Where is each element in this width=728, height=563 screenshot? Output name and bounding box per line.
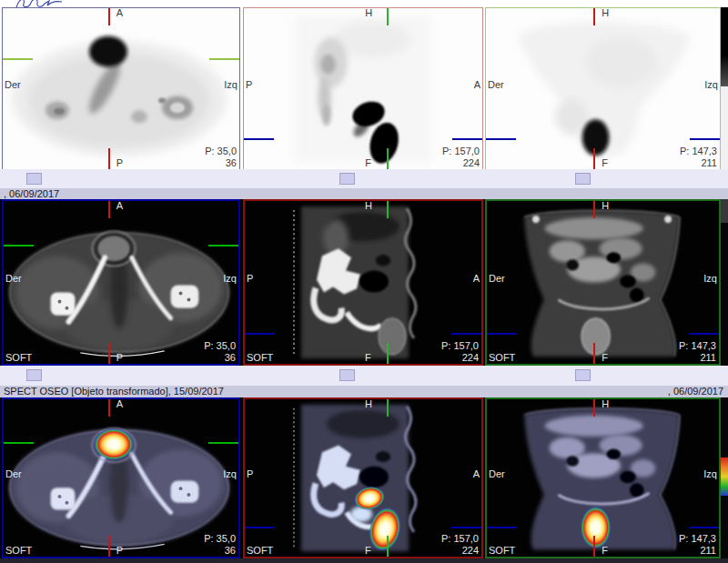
modality-label: SOFT bbox=[5, 352, 32, 364]
orientation-label-top: H bbox=[365, 7, 372, 19]
nm-row: A P Der Izq P: 35,0 36 H bbox=[0, 7, 728, 170]
orientation-label-left: P bbox=[247, 468, 253, 480]
orientation-label-right: A bbox=[473, 468, 480, 480]
lut-thumb[interactable] bbox=[721, 7, 728, 86]
viewport-fused-transaxial[interactable]: A P Der Izq SOFT P: 35,0 36 bbox=[2, 397, 240, 558]
orientation-label-left: Der bbox=[489, 273, 505, 285]
grayscale-lut-scrollbar[interactable] bbox=[721, 199, 728, 366]
position-readout: P: 147,3 bbox=[679, 340, 716, 352]
crosshair-tick-bottom bbox=[108, 343, 110, 364]
orientation-label-bottom: P bbox=[116, 352, 123, 364]
orientation-label-left: Der bbox=[488, 79, 504, 91]
scrollbar-thumb[interactable] bbox=[339, 173, 355, 185]
crosshair-tick-left bbox=[4, 442, 34, 444]
crosshair-tick-right bbox=[452, 138, 482, 140]
orientation-label-left: P bbox=[246, 79, 252, 91]
modality-label: SOFT bbox=[247, 352, 273, 364]
orientation-label-right: Izq bbox=[223, 468, 237, 480]
bottom-divider bbox=[0, 558, 728, 563]
viewport-nm-transaxial[interactable]: A P Der Izq P: 35,0 36 bbox=[2, 7, 240, 170]
fused-row: A P Der Izq SOFT P: 35,0 36 bbox=[0, 397, 728, 558]
crosshair-tick-left bbox=[486, 138, 516, 140]
crosshair-tick-bottom bbox=[593, 148, 595, 169]
viewport-ct-transaxial[interactable]: A P Der Izq SOFT P: 35,0 36 bbox=[2, 199, 240, 366]
grayscale-lut-scrollbar[interactable] bbox=[721, 7, 728, 170]
position-readout: P: 147,3 bbox=[679, 533, 716, 545]
crosshair-tick-right bbox=[209, 58, 239, 60]
viewport-nm-sagittal[interactable]: H F P A P: 157,0 224 bbox=[243, 7, 483, 170]
scrollbar-thumb[interactable] bbox=[339, 369, 355, 381]
crosshair-tick-right bbox=[451, 333, 481, 335]
orientation-label-top: H bbox=[602, 7, 609, 19]
crosshair-tick-top bbox=[593, 8, 595, 25]
orientation-label-top: A bbox=[116, 7, 123, 19]
modality-label: SOFT bbox=[489, 352, 515, 364]
scrollbar-thumb[interactable] bbox=[26, 369, 42, 381]
modality-label: SOFT bbox=[247, 545, 273, 557]
crosshair-tick-bottom bbox=[593, 343, 595, 364]
crosshair-tick-left bbox=[3, 58, 33, 60]
scrollbar-thumb[interactable] bbox=[575, 173, 591, 185]
orientation-label-right: Izq bbox=[703, 468, 717, 480]
scrollbar-thumb[interactable] bbox=[575, 369, 591, 381]
crosshair-tick-right bbox=[451, 527, 481, 528]
lut-thumb[interactable] bbox=[721, 199, 728, 223]
orientation-label-bottom: F bbox=[365, 352, 371, 364]
orientation-label-right: Izq bbox=[704, 79, 718, 91]
viewport-fused-coronal[interactable]: H F Der Izq SOFT P: 147,3 211 bbox=[485, 397, 721, 558]
slice-number: 36 bbox=[225, 352, 236, 364]
orientation-label-left: Der bbox=[5, 468, 22, 480]
viewport-nm-coronal[interactable]: H F Der Izq P: 147,3 211 bbox=[485, 7, 721, 170]
orientation-label-left: Der bbox=[5, 79, 21, 91]
series-header-ct: , 06/09/2017 bbox=[0, 188, 728, 199]
slice-number: 211 bbox=[700, 352, 716, 364]
orientation-label-bottom: F bbox=[602, 157, 608, 169]
position-readout: P: 157,0 bbox=[442, 146, 480, 157]
slice-number: 211 bbox=[700, 545, 716, 557]
orientation-label-top: H bbox=[602, 398, 609, 410]
crosshair-tick-bottom bbox=[108, 536, 110, 557]
crosshair-tick-left bbox=[244, 138, 274, 140]
orientation-label-bottom: P bbox=[116, 157, 123, 169]
orientation-label-top: A bbox=[116, 200, 123, 212]
position-readout: P: 157,0 bbox=[441, 340, 479, 352]
fusion-viewer-window: A P Der Izq P: 35,0 36 H bbox=[0, 0, 728, 563]
scrollbar-thumb[interactable] bbox=[26, 173, 42, 185]
crosshair-tick-top bbox=[387, 8, 389, 25]
color-lut-scrollbar[interactable] bbox=[721, 397, 728, 558]
orientation-label-right: A bbox=[473, 273, 480, 285]
modality-label: SOFT bbox=[489, 545, 515, 557]
viewport-ct-sagittal[interactable]: H F P A SOFT P: 157,0 224 bbox=[243, 199, 483, 366]
rainbow-lut-thumb[interactable] bbox=[721, 457, 728, 496]
crosshair-tick-bottom bbox=[593, 536, 595, 557]
slice-number: 224 bbox=[462, 545, 479, 557]
orientation-label-left: P bbox=[247, 273, 253, 285]
crosshair-tick-bottom bbox=[387, 536, 389, 557]
crosshair-tick-right bbox=[690, 138, 720, 140]
crosshair-tick-left bbox=[487, 333, 517, 335]
orientation-label-right: Izq bbox=[703, 273, 717, 285]
crosshair-tick-left bbox=[487, 527, 517, 528]
orientation-label-bottom: F bbox=[365, 157, 371, 169]
crosshair-tick-top bbox=[593, 399, 595, 417]
crosshair-tick-top bbox=[108, 8, 110, 25]
orientation-label-top: A bbox=[116, 398, 123, 410]
crosshair-tick-top bbox=[108, 399, 110, 417]
viewport-ct-coronal[interactable]: H F Der Izq SOFT P: 147,3 211 bbox=[485, 199, 721, 366]
slice-number: 36 bbox=[225, 545, 236, 557]
slice-scrollbar-row-nm[interactable] bbox=[0, 169, 728, 188]
crosshair-tick-bottom bbox=[387, 148, 389, 169]
crosshair-tick-right bbox=[208, 442, 238, 444]
series-date: , 06/09/2017 bbox=[4, 188, 59, 199]
crosshair-tick-left bbox=[4, 245, 34, 246]
modality-label: SOFT bbox=[5, 545, 32, 557]
orientation-label-bottom: F bbox=[365, 545, 371, 557]
crosshair-tick-top bbox=[593, 201, 595, 218]
crosshair-tick-left bbox=[245, 527, 275, 528]
viewport-fused-sagittal[interactable]: H F P A SOFT P: 157,0 224 bbox=[243, 397, 483, 558]
slice-number: 36 bbox=[226, 157, 237, 169]
slice-number: 224 bbox=[462, 352, 479, 364]
crosshair-tick-right bbox=[689, 333, 719, 335]
ct-row: A P Der Izq SOFT P: 35,0 36 bbox=[0, 199, 728, 366]
slice-scrollbar-row-ct[interactable] bbox=[0, 366, 728, 386]
